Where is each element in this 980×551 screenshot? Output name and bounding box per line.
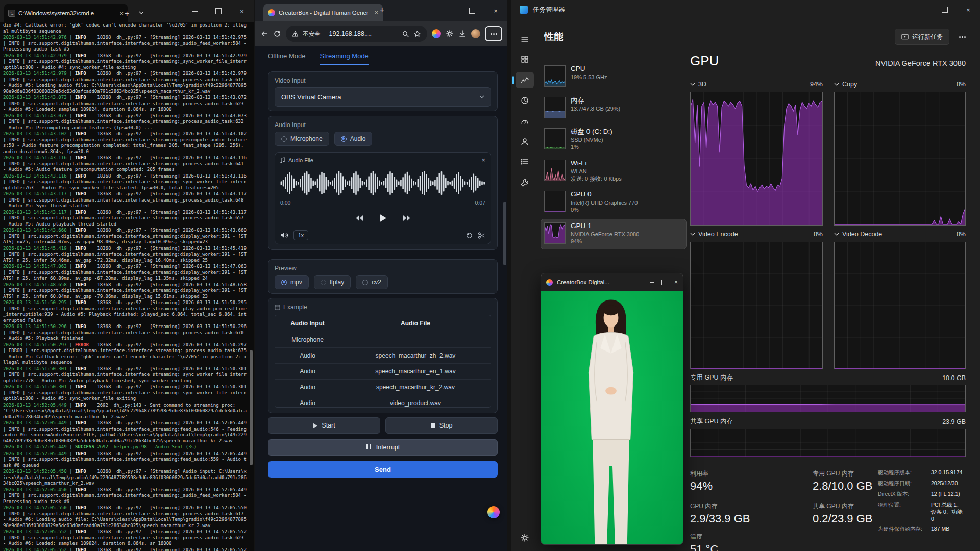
maximize-button[interactable] bbox=[662, 280, 667, 285]
tab-streaming-mode[interactable]: Streaming Mode bbox=[320, 52, 368, 65]
chart-header-video-decode[interactable]: Video Decode 0% bbox=[834, 231, 966, 238]
volume-icon[interactable] bbox=[280, 232, 288, 239]
chart-header-copy[interactable]: Copy 0% bbox=[834, 81, 966, 88]
performance-icon[interactable] bbox=[516, 72, 534, 88]
log-line: 2026-03-13 14:51:43.073 | INFO 18368 dh_… bbox=[3, 113, 248, 131]
skip-back-icon[interactable] bbox=[355, 215, 364, 221]
radio-audio[interactable]: Audio bbox=[334, 132, 373, 146]
back-icon[interactable] bbox=[260, 30, 268, 38]
radio-cv2[interactable]: cv2 bbox=[356, 275, 388, 289]
log-line: 2026-03-13 14:52:05.449 | INFO 18368 dh_… bbox=[3, 451, 248, 469]
gpu-name: NVIDIA GeForce RTX 3080 bbox=[875, 59, 966, 67]
minimize-button[interactable] bbox=[650, 282, 654, 283]
desktop: ›_ C:\Windows\system32\cmd.e × + × dio #… bbox=[0, 0, 980, 551]
creatorbox-icon bbox=[546, 279, 553, 286]
chevron-down-icon bbox=[834, 233, 839, 236]
maximize-button[interactable] bbox=[460, 0, 484, 21]
minimize-button[interactable] bbox=[437, 0, 460, 21]
radio-icon bbox=[321, 280, 326, 285]
tm-sidebar-item-memory[interactable]: 内存13.7/47.8 GB (29%) bbox=[541, 94, 686, 123]
gradio-logo-button[interactable] bbox=[487, 506, 500, 518]
detail-value: 12 (FL 12.1) bbox=[931, 491, 966, 498]
tm-sidebar-item-cpu[interactable]: CPU19% 5.53 GHz bbox=[541, 62, 686, 92]
settings-gear-icon[interactable] bbox=[516, 530, 534, 546]
favorite-star-icon[interactable] bbox=[413, 30, 421, 38]
preview-titlebar[interactable]: CreatorBox Digital... × bbox=[541, 273, 683, 291]
close-button[interactable]: × bbox=[957, 0, 980, 19]
details-icon[interactable] bbox=[516, 154, 534, 170]
radio-icon bbox=[362, 280, 368, 285]
terminal-tab[interactable]: ›_ C:\Windows\system32\cmd.e × bbox=[4, 4, 128, 22]
tab-close-icon[interactable]: × bbox=[374, 9, 378, 16]
example-row[interactable]: Audiospeech_macarthur_kr_2.wav bbox=[275, 380, 491, 395]
send-button[interactable]: Send bbox=[268, 461, 498, 478]
maximize-button[interactable] bbox=[933, 0, 957, 19]
browser-tab[interactable]: CreatorBox - Digital Human Gener × bbox=[263, 4, 383, 21]
page-scrollbar[interactable] bbox=[503, 202, 506, 265]
close-button[interactable]: × bbox=[230, 0, 254, 22]
close-icon[interactable]: × bbox=[481, 157, 485, 163]
trim-scissors-icon[interactable] bbox=[478, 232, 485, 239]
chart-header-3d[interactable]: 3D 94% bbox=[690, 81, 823, 88]
browser-menu-button[interactable] bbox=[485, 26, 502, 41]
services-icon[interactable] bbox=[516, 174, 534, 191]
waveform[interactable] bbox=[280, 170, 485, 196]
terminal-window: ›_ C:\Windows\system32\cmd.e × + × dio #… bbox=[0, 0, 254, 551]
new-tab-button[interactable]: + bbox=[125, 9, 129, 18]
tm-more-button[interactable] bbox=[954, 29, 970, 44]
undo-icon[interactable] bbox=[465, 232, 473, 239]
radio-microphone[interactable]: Microphone bbox=[275, 132, 329, 146]
app-history-icon[interactable] bbox=[516, 92, 534, 109]
play-icon[interactable] bbox=[379, 214, 387, 222]
extension-icon[interactable] bbox=[432, 29, 441, 38]
skip-forward-icon[interactable] bbox=[402, 215, 411, 221]
chart-value-video-encode: 0% bbox=[814, 231, 823, 238]
search-icon[interactable] bbox=[402, 30, 409, 38]
downloads-icon[interactable] bbox=[458, 30, 467, 38]
log-line: 2026-03-13 14:52:05.449 | INFO 18368 dh_… bbox=[3, 420, 248, 444]
close-button[interactable]: × bbox=[484, 0, 507, 21]
minimize-button[interactable] bbox=[183, 0, 207, 22]
chevron-down-icon bbox=[834, 83, 839, 86]
tm-sidebar-item-disk0[interactable]: 磁盘 0 (C: D:)SSD (NVMe)1% bbox=[541, 125, 686, 155]
chart-header-video-encode[interactable]: Video Encode 0% bbox=[690, 231, 823, 238]
close-button[interactable]: × bbox=[674, 279, 678, 286]
refresh-icon[interactable] bbox=[273, 30, 281, 38]
tm-sidebar-item-gpu1[interactable]: GPU 1NVIDIA GeForce RTX 308094% bbox=[541, 219, 686, 249]
stop-button[interactable]: Stop bbox=[385, 417, 498, 434]
example-row[interactable]: Audiovideo_product.wav bbox=[275, 395, 491, 408]
tab-offline-mode[interactable]: Offline Mode bbox=[268, 52, 305, 65]
video-input-dropdown[interactable]: OBS Virtual Camera bbox=[275, 87, 491, 107]
profile-avatar[interactable] bbox=[471, 29, 480, 38]
mode-tabs: Offline Mode Streaming Mode bbox=[268, 52, 369, 65]
gear-icon[interactable] bbox=[446, 30, 454, 38]
example-row[interactable]: Audiospeech_macarthur_en_1.wav bbox=[275, 364, 491, 380]
example-row[interactable]: Audiospeech_macarthur_zh_2.wav bbox=[275, 348, 491, 364]
time-total: 0:07 bbox=[475, 199, 485, 206]
run-new-task-button[interactable]: 运行新任务 bbox=[895, 29, 949, 45]
terminal-window-controls: × bbox=[183, 0, 254, 22]
hamburger-menu-icon[interactable] bbox=[516, 31, 534, 47]
example-cell: Audio bbox=[275, 395, 340, 408]
interrupt-button[interactable]: Interrupt bbox=[268, 439, 498, 456]
tab-close-icon[interactable]: × bbox=[119, 10, 124, 17]
processes-icon[interactable] bbox=[516, 51, 534, 67]
playback-rate-button[interactable]: 1x bbox=[293, 230, 308, 240]
maximize-button[interactable] bbox=[207, 0, 230, 22]
tm-sidebar-item-gpu0[interactable]: GPU 0Intel(R) UHD Graphics 7700% bbox=[541, 188, 686, 217]
radio-mpv[interactable]: mpv bbox=[275, 275, 309, 289]
radio-mpv-label: mpv bbox=[290, 279, 302, 286]
radio-ffplay[interactable]: ffplay bbox=[314, 275, 351, 289]
users-icon[interactable] bbox=[516, 134, 534, 150]
minimize-button[interactable] bbox=[910, 0, 933, 19]
address-bar[interactable]: 不安全 192.168.188.... bbox=[286, 26, 427, 42]
log-line: 2026-03-13 14:52:05.450 | INFO 18368 dh_… bbox=[3, 469, 248, 487]
tm-sidebar-item-wifi[interactable]: Wi-FiWLAN发送: 0 接收: 0 Kbps bbox=[541, 157, 686, 186]
tm-item-name: 磁盘 0 (C: D:) bbox=[571, 128, 612, 136]
start-button[interactable]: Start bbox=[268, 417, 380, 434]
terminal-scrollbar[interactable] bbox=[250, 350, 253, 465]
startup-apps-icon[interactable] bbox=[516, 113, 534, 130]
new-tab-button[interactable]: + bbox=[380, 6, 384, 15]
tab-dropdown-icon[interactable] bbox=[139, 7, 144, 16]
example-row[interactable]: Microphone bbox=[275, 332, 491, 348]
